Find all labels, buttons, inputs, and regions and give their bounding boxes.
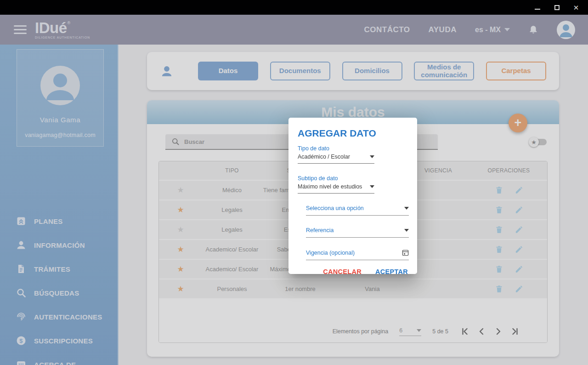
subtipo-de-dato-label: Subtipo de dato (298, 175, 408, 182)
agregar-dato-dialog: AGREGAR DATO Tipo de dato Académico / Es… (288, 118, 417, 274)
subtipo-de-dato-value: Máximo nivel de estudios (298, 183, 362, 190)
cancel-button[interactable]: CANCELAR (323, 268, 362, 275)
tipo-de-dato-select[interactable]: Académico / Escolar (298, 154, 374, 164)
vigencia-date-field[interactable]: Vigencia (opcional) (306, 249, 409, 260)
tipo-de-dato-label: Tipo de dato (298, 145, 408, 152)
chevron-down-icon (404, 229, 409, 232)
opcion-select[interactable]: Selecciona una opción (306, 205, 409, 216)
vigencia-placeholder: Vigencia (opcional) (306, 250, 355, 256)
chevron-down-icon (370, 155, 374, 158)
calendar-icon[interactable] (402, 249, 409, 256)
opcion-placeholder: Selecciona una opción (306, 205, 364, 211)
referencia-select[interactable]: Referencia (306, 227, 409, 238)
chevron-down-icon (404, 207, 409, 210)
referencia-placeholder: Referencia (306, 227, 334, 234)
tipo-de-dato-value: Académico / Escolar (298, 154, 350, 160)
dialog-title: AGREGAR DATO (298, 128, 408, 139)
chevron-down-icon (370, 185, 374, 188)
subtipo-de-dato-select[interactable]: Máximo nivel de estudios (298, 183, 374, 194)
accept-button[interactable]: ACEPTAR (375, 268, 408, 275)
